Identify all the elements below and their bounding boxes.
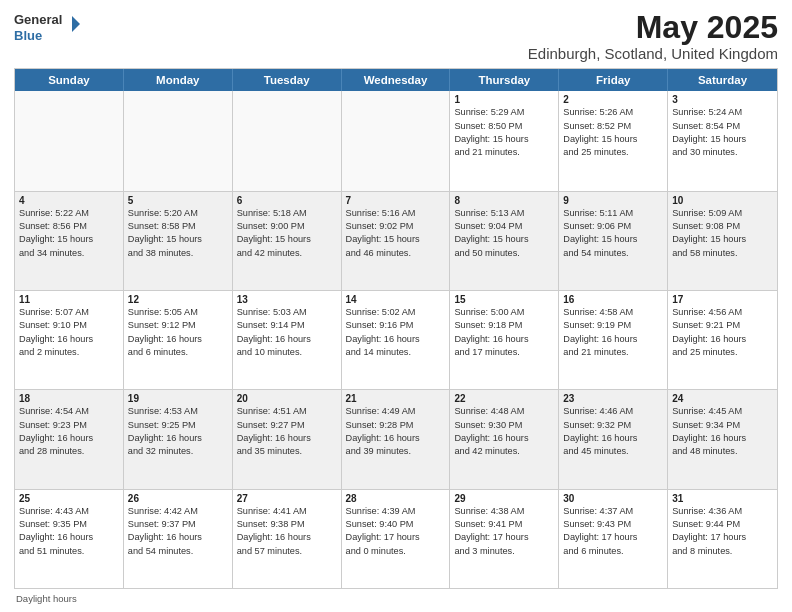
day-number-22: 22 (454, 393, 554, 404)
header-friday: Friday (559, 69, 668, 91)
day-19: 19Sunrise: 4:53 AMSunset: 9:25 PMDayligh… (124, 390, 233, 488)
day-13: 13Sunrise: 5:03 AMSunset: 9:14 PMDayligh… (233, 291, 342, 389)
day-info-8: Sunrise: 5:13 AMSunset: 9:04 PMDaylight:… (454, 207, 554, 260)
week-row-4: 18Sunrise: 4:54 AMSunset: 9:23 PMDayligh… (15, 389, 777, 488)
day-27: 27Sunrise: 4:41 AMSunset: 9:38 PMDayligh… (233, 490, 342, 588)
header-monday: Monday (124, 69, 233, 91)
day-info-9: Sunrise: 5:11 AMSunset: 9:06 PMDaylight:… (563, 207, 663, 260)
empty-cell-0-3 (342, 91, 451, 190)
day-number-13: 13 (237, 294, 337, 305)
day-number-6: 6 (237, 195, 337, 206)
header: GeneralBlue May 2025 Edinburgh, Scotland… (14, 10, 778, 62)
day-info-14: Sunrise: 5:02 AMSunset: 9:16 PMDaylight:… (346, 306, 446, 359)
day-20: 20Sunrise: 4:51 AMSunset: 9:27 PMDayligh… (233, 390, 342, 488)
day-info-25: Sunrise: 4:43 AMSunset: 9:35 PMDaylight:… (19, 505, 119, 558)
svg-text:Blue: Blue (14, 28, 42, 43)
week-row-2: 4Sunrise: 5:22 AMSunset: 8:56 PMDaylight… (15, 191, 777, 290)
page: GeneralBlue May 2025 Edinburgh, Scotland… (0, 0, 792, 612)
day-number-11: 11 (19, 294, 119, 305)
day-10: 10Sunrise: 5:09 AMSunset: 9:08 PMDayligh… (668, 192, 777, 290)
svg-text:General: General (14, 12, 62, 27)
day-24: 24Sunrise: 4:45 AMSunset: 9:34 PMDayligh… (668, 390, 777, 488)
day-number-10: 10 (672, 195, 773, 206)
header-saturday: Saturday (668, 69, 777, 91)
day-26: 26Sunrise: 4:42 AMSunset: 9:37 PMDayligh… (124, 490, 233, 588)
day-info-20: Sunrise: 4:51 AMSunset: 9:27 PMDaylight:… (237, 405, 337, 458)
week-row-3: 11Sunrise: 5:07 AMSunset: 9:10 PMDayligh… (15, 290, 777, 389)
day-number-8: 8 (454, 195, 554, 206)
day-number-19: 19 (128, 393, 228, 404)
day-info-18: Sunrise: 4:54 AMSunset: 9:23 PMDaylight:… (19, 405, 119, 458)
logo-icon: GeneralBlue (14, 10, 84, 46)
day-30: 30Sunrise: 4:37 AMSunset: 9:43 PMDayligh… (559, 490, 668, 588)
day-6: 6Sunrise: 5:18 AMSunset: 9:00 PMDaylight… (233, 192, 342, 290)
day-29: 29Sunrise: 4:38 AMSunset: 9:41 PMDayligh… (450, 490, 559, 588)
day-info-28: Sunrise: 4:39 AMSunset: 9:40 PMDaylight:… (346, 505, 446, 558)
day-9: 9Sunrise: 5:11 AMSunset: 9:06 PMDaylight… (559, 192, 668, 290)
week-row-1: 1Sunrise: 5:29 AMSunset: 8:50 PMDaylight… (15, 91, 777, 190)
logo: GeneralBlue (14, 10, 84, 46)
day-info-6: Sunrise: 5:18 AMSunset: 9:00 PMDaylight:… (237, 207, 337, 260)
day-info-30: Sunrise: 4:37 AMSunset: 9:43 PMDaylight:… (563, 505, 663, 558)
day-info-24: Sunrise: 4:45 AMSunset: 9:34 PMDaylight:… (672, 405, 773, 458)
footer-note: Daylight hours (14, 593, 778, 604)
empty-cell-0-2 (233, 91, 342, 190)
day-number-4: 4 (19, 195, 119, 206)
day-number-26: 26 (128, 493, 228, 504)
day-5: 5Sunrise: 5:20 AMSunset: 8:58 PMDaylight… (124, 192, 233, 290)
day-25: 25Sunrise: 4:43 AMSunset: 9:35 PMDayligh… (15, 490, 124, 588)
day-info-12: Sunrise: 5:05 AMSunset: 9:12 PMDaylight:… (128, 306, 228, 359)
month-title: May 2025 (528, 10, 778, 45)
header-thursday: Thursday (450, 69, 559, 91)
day-info-31: Sunrise: 4:36 AMSunset: 9:44 PMDaylight:… (672, 505, 773, 558)
day-28: 28Sunrise: 4:39 AMSunset: 9:40 PMDayligh… (342, 490, 451, 588)
location-title: Edinburgh, Scotland, United Kingdom (528, 45, 778, 62)
day-1: 1Sunrise: 5:29 AMSunset: 8:50 PMDaylight… (450, 91, 559, 190)
day-number-15: 15 (454, 294, 554, 305)
day-number-12: 12 (128, 294, 228, 305)
day-number-14: 14 (346, 294, 446, 305)
day-number-1: 1 (454, 94, 554, 105)
day-22: 22Sunrise: 4:48 AMSunset: 9:30 PMDayligh… (450, 390, 559, 488)
day-21: 21Sunrise: 4:49 AMSunset: 9:28 PMDayligh… (342, 390, 451, 488)
day-number-7: 7 (346, 195, 446, 206)
day-info-26: Sunrise: 4:42 AMSunset: 9:37 PMDaylight:… (128, 505, 228, 558)
day-info-16: Sunrise: 4:58 AMSunset: 9:19 PMDaylight:… (563, 306, 663, 359)
title-block: May 2025 Edinburgh, Scotland, United Kin… (528, 10, 778, 62)
day-16: 16Sunrise: 4:58 AMSunset: 9:19 PMDayligh… (559, 291, 668, 389)
week-row-5: 25Sunrise: 4:43 AMSunset: 9:35 PMDayligh… (15, 489, 777, 588)
day-info-17: Sunrise: 4:56 AMSunset: 9:21 PMDaylight:… (672, 306, 773, 359)
day-3: 3Sunrise: 5:24 AMSunset: 8:54 PMDaylight… (668, 91, 777, 190)
day-7: 7Sunrise: 5:16 AMSunset: 9:02 PMDaylight… (342, 192, 451, 290)
header-sunday: Sunday (15, 69, 124, 91)
day-11: 11Sunrise: 5:07 AMSunset: 9:10 PMDayligh… (15, 291, 124, 389)
day-number-28: 28 (346, 493, 446, 504)
day-number-30: 30 (563, 493, 663, 504)
day-info-5: Sunrise: 5:20 AMSunset: 8:58 PMDaylight:… (128, 207, 228, 260)
day-8: 8Sunrise: 5:13 AMSunset: 9:04 PMDaylight… (450, 192, 559, 290)
day-number-29: 29 (454, 493, 554, 504)
daylight-label: Daylight hours (16, 593, 77, 604)
day-number-27: 27 (237, 493, 337, 504)
day-4: 4Sunrise: 5:22 AMSunset: 8:56 PMDaylight… (15, 192, 124, 290)
day-number-2: 2 (563, 94, 663, 105)
day-23: 23Sunrise: 4:46 AMSunset: 9:32 PMDayligh… (559, 390, 668, 488)
day-info-1: Sunrise: 5:29 AMSunset: 8:50 PMDaylight:… (454, 106, 554, 159)
header-tuesday: Tuesday (233, 69, 342, 91)
day-info-4: Sunrise: 5:22 AMSunset: 8:56 PMDaylight:… (19, 207, 119, 260)
day-number-18: 18 (19, 393, 119, 404)
empty-cell-0-0 (15, 91, 124, 190)
day-info-3: Sunrise: 5:24 AMSunset: 8:54 PMDaylight:… (672, 106, 773, 159)
day-number-24: 24 (672, 393, 773, 404)
day-number-25: 25 (19, 493, 119, 504)
day-number-17: 17 (672, 294, 773, 305)
day-17: 17Sunrise: 4:56 AMSunset: 9:21 PMDayligh… (668, 291, 777, 389)
day-info-21: Sunrise: 4:49 AMSunset: 9:28 PMDaylight:… (346, 405, 446, 458)
calendar: SundayMondayTuesdayWednesdayThursdayFrid… (14, 68, 778, 589)
day-18: 18Sunrise: 4:54 AMSunset: 9:23 PMDayligh… (15, 390, 124, 488)
day-number-31: 31 (672, 493, 773, 504)
svg-marker-1 (72, 16, 80, 32)
day-number-9: 9 (563, 195, 663, 206)
day-info-2: Sunrise: 5:26 AMSunset: 8:52 PMDaylight:… (563, 106, 663, 159)
day-info-7: Sunrise: 5:16 AMSunset: 9:02 PMDaylight:… (346, 207, 446, 260)
